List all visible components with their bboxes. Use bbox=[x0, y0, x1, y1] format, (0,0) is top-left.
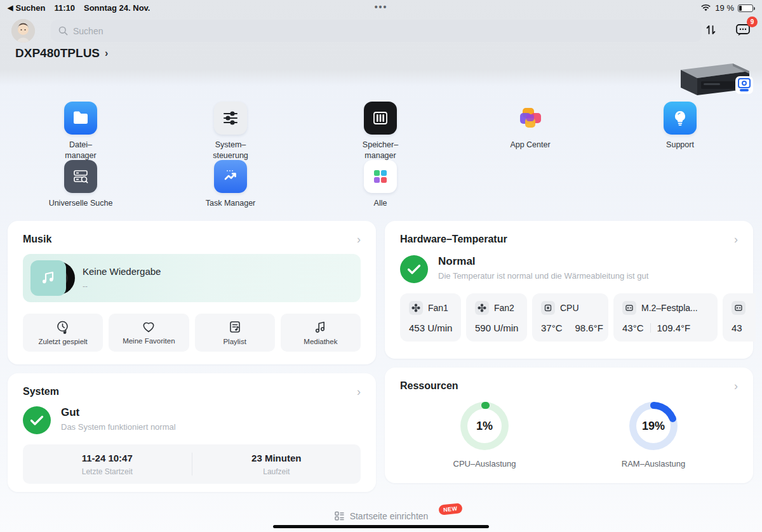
recently-played-button[interactable]: Zuletzt gespielt bbox=[23, 314, 103, 352]
recent-clock-icon bbox=[56, 320, 70, 334]
card-title: Musik bbox=[23, 234, 51, 245]
sliders-icon bbox=[214, 102, 247, 135]
hardware-status-desc: Die Temperatur ist normal und die Wärmea… bbox=[438, 271, 648, 281]
music-note-icon bbox=[314, 320, 328, 334]
gauge-label: CPU–Auslastung bbox=[453, 459, 516, 469]
app-all-apps[interactable]: Alle bbox=[333, 160, 428, 209]
music-card-header[interactable]: Musik › bbox=[23, 234, 361, 245]
stat-label: Letzte Startzeit bbox=[23, 467, 192, 476]
cpu-usage-gauge: 1% CPU–Auslastung bbox=[400, 402, 569, 469]
transfer-tasks-button[interactable] bbox=[702, 21, 720, 39]
now-playing-subtitle: -- bbox=[83, 282, 161, 291]
messages-button[interactable]: 9 bbox=[734, 21, 752, 39]
search-placeholder: Suchen bbox=[73, 26, 103, 36]
chevron-right-icon: › bbox=[734, 380, 738, 392]
gauge-label: RAM–Auslastung bbox=[622, 459, 685, 469]
chevron-right-icon: › bbox=[105, 48, 108, 59]
sensor-tile-partial: 43 bbox=[723, 293, 756, 342]
device-title[interactable]: DXP480TPLUS› bbox=[15, 46, 108, 60]
stat-uptime: 23 Minuten Laufzeit bbox=[192, 453, 361, 476]
card-title: Ressourcen bbox=[400, 380, 458, 392]
chevron-right-icon: › bbox=[357, 386, 361, 397]
app-label: System– steuerung bbox=[183, 140, 278, 161]
cpu-chip-icon bbox=[541, 301, 555, 315]
card-title: Hardware–Temperatur bbox=[400, 234, 507, 245]
new-badge: NEW bbox=[438, 503, 462, 515]
home-indicator[interactable] bbox=[273, 525, 489, 528]
app-universal-search[interactable]: Universelle Suche bbox=[33, 160, 128, 209]
playlist-button[interactable]: Playlist bbox=[195, 314, 275, 352]
music-card: Musik › Keine Wiedergabe -- Zuletzt gesp… bbox=[8, 221, 376, 364]
playlist-icon bbox=[228, 320, 242, 334]
favorites-button[interactable]: Meine Favoriten bbox=[109, 314, 189, 352]
app-system-settings[interactable]: System– steuerung bbox=[183, 102, 278, 161]
storage-icon bbox=[364, 102, 397, 135]
sensor-value: 43 bbox=[732, 323, 742, 333]
sensor-tile-m2: M.2–Festpla... 43°C109.4°F bbox=[613, 293, 718, 342]
wifi-icon bbox=[700, 4, 711, 12]
system-card-header[interactable]: System › bbox=[23, 386, 361, 397]
app-label: Universelle Suche bbox=[33, 198, 128, 209]
app-label: Task Manager bbox=[183, 198, 278, 209]
now-playing-title: Keine Wiedergabe bbox=[83, 266, 161, 277]
sensor-tile-fan2: Fan2 590 U/min bbox=[466, 293, 527, 342]
sensor-value: 590 U/min bbox=[475, 323, 518, 333]
card-title: System bbox=[23, 386, 59, 397]
universal-search-icon bbox=[64, 160, 97, 193]
system-stats: 11-24 10:47 Letzte Startzeit 23 Minuten … bbox=[23, 444, 361, 484]
app-label: App Center bbox=[483, 140, 578, 150]
status-bar: ◀Suchen 11:10 Sonntag 24. Nov. ••• 19 % bbox=[0, 0, 762, 17]
resources-card-header[interactable]: Ressourcen › bbox=[400, 380, 738, 392]
button-label: Meine Favoriten bbox=[123, 337, 175, 345]
battery-percent: 19 % bbox=[715, 3, 734, 13]
battery-icon bbox=[738, 4, 753, 12]
message-count-badge: 9 bbox=[747, 17, 758, 27]
app-file-manager[interactable]: Datei– manager bbox=[33, 102, 128, 161]
stat-label: Laufzeit bbox=[192, 467, 361, 476]
app-task-manager[interactable]: Task Manager bbox=[183, 160, 278, 209]
status-ok-icon bbox=[400, 255, 428, 283]
customize-home-button[interactable]: Startseite einrichten bbox=[334, 510, 429, 521]
search-icon bbox=[58, 26, 68, 36]
button-label: Playlist bbox=[223, 338, 246, 345]
sensor-value: 109.4°F bbox=[657, 323, 691, 333]
app-label: Alle bbox=[333, 198, 428, 209]
hardware-card-header[interactable]: Hardware–Temperatur › bbox=[400, 234, 753, 245]
chevron-right-icon: › bbox=[357, 234, 361, 245]
all-apps-icon bbox=[364, 160, 397, 193]
status-ok-icon bbox=[23, 406, 51, 434]
sensor-tile-fan1: Fan1 453 U/min bbox=[400, 293, 461, 342]
app-center-icon bbox=[514, 102, 547, 135]
button-label: Zuletzt gespielt bbox=[38, 338, 87, 345]
fan-icon bbox=[475, 301, 489, 315]
stat-value: 11-24 10:47 bbox=[23, 453, 192, 463]
sensor-tile-strip[interactable]: Fan1 453 U/min Fan2 590 U/min CPU 37°C98… bbox=[400, 293, 756, 342]
search-input[interactable]: Suchen bbox=[51, 20, 702, 42]
app-label: Support bbox=[632, 140, 728, 150]
ssd-icon bbox=[732, 301, 745, 315]
now-playing-widget[interactable]: Keine Wiedergabe -- bbox=[23, 254, 361, 302]
app-label: Datei– manager bbox=[33, 140, 128, 161]
sensor-tile-cpu: CPU 37°C98.6°F bbox=[532, 293, 608, 342]
customize-layout-icon bbox=[334, 510, 345, 521]
ram-usage-gauge: 19% RAM–Auslastung bbox=[569, 402, 738, 469]
app-support[interactable]: Support bbox=[632, 102, 728, 150]
task-manager-icon bbox=[214, 160, 247, 193]
chevron-right-icon: › bbox=[734, 234, 738, 245]
nas-device-image bbox=[672, 58, 756, 100]
system-status-desc: Das System funktioniert normal bbox=[61, 422, 176, 432]
ssd-icon bbox=[622, 301, 636, 315]
stat-last-boot: 11-24 10:47 Letzte Startzeit bbox=[23, 453, 192, 476]
app-storage-manager[interactable]: Speicher– manager bbox=[333, 102, 428, 161]
avatar[interactable] bbox=[11, 19, 35, 43]
sensor-value: 453 U/min bbox=[409, 323, 452, 333]
library-button[interactable]: Mediathek bbox=[281, 314, 361, 352]
sensor-value: 43°C bbox=[622, 323, 644, 333]
multitask-dots[interactable]: ••• bbox=[0, 2, 762, 12]
system-card: System › Gut Das System funktioniert nor… bbox=[8, 373, 376, 492]
folder-icon bbox=[64, 102, 97, 135]
button-label: Mediathek bbox=[304, 338, 337, 345]
app-app-center[interactable]: App Center bbox=[483, 102, 578, 150]
fan-icon bbox=[409, 301, 423, 315]
stat-value: 23 Minuten bbox=[192, 453, 361, 463]
